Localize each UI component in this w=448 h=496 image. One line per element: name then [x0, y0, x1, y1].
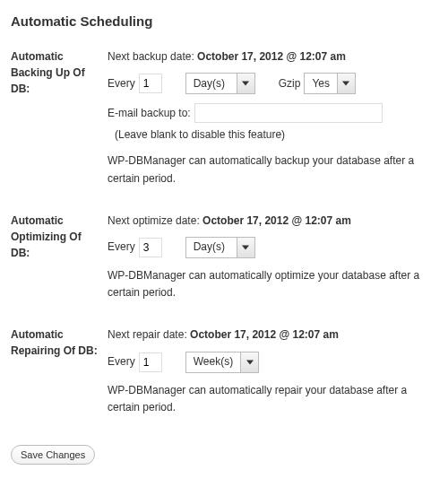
optimize-desc: WP-DBManager can automatically optimize …	[108, 267, 437, 301]
page-heading: Automatic Scheduling	[11, 11, 437, 32]
backup-next-prefix: Next backup date:	[108, 50, 197, 63]
chevron-down-icon	[240, 352, 258, 372]
optimize-every-label: Every	[108, 239, 135, 256]
repair-desc: WP-DBManager can automatically repair yo…	[108, 382, 437, 416]
backup-email-label: E-mail backup to:	[108, 105, 191, 122]
backup-every-input[interactable]	[139, 74, 162, 93]
optimize-next-prefix: Next optimize date:	[108, 214, 202, 227]
repair-section: Automatic Repairing Of DB: Next repair d…	[11, 326, 437, 416]
repair-next-value: October 17, 2012 @ 12:07 am	[190, 328, 339, 341]
optimize-period-select[interactable]: Day(s)	[185, 237, 255, 258]
save-button[interactable]: Save Changes	[11, 445, 95, 465]
repair-content: Next repair date: October 17, 2012 @ 12:…	[108, 326, 437, 416]
backup-period-select[interactable]: Day(s)	[185, 73, 255, 94]
backup-email-hint: (Leave blank to disable this feature)	[115, 126, 285, 144]
backup-desc: WP-DBManager can automatically backup yo…	[108, 152, 437, 187]
backup-label: Automatic Backing Up Of DB:	[11, 48, 108, 187]
repair-label: Automatic Repairing Of DB:	[11, 326, 108, 416]
backup-email-input[interactable]	[194, 103, 383, 123]
repair-next-prefix: Next repair date:	[108, 328, 190, 341]
optimize-label: Automatic Optimizing Of DB:	[11, 213, 108, 302]
backup-gzip-label: Gzip	[279, 75, 301, 92]
chevron-down-icon	[237, 74, 254, 93]
optimize-every-input[interactable]	[139, 238, 162, 257]
backup-gzip-select[interactable]: Yes	[304, 73, 356, 94]
optimize-next-value: October 17, 2012 @ 12:07 am	[202, 214, 351, 227]
backup-next-value: October 17, 2012 @ 12:07 am	[197, 50, 346, 63]
backup-interval-row: Every Day(s) Gzip Yes	[108, 73, 437, 94]
optimize-next-date: Next optimize date: October 17, 2012 @ 1…	[108, 213, 437, 230]
optimize-interval-row: Every Day(s)	[108, 237, 437, 258]
backup-email-row: E-mail backup to: (Leave blank to disabl…	[108, 103, 437, 144]
repair-period-select[interactable]: Week(s)	[185, 352, 259, 373]
backup-content: Next backup date: October 17, 2012 @ 12:…	[108, 48, 437, 187]
chevron-down-icon	[337, 74, 355, 93]
repair-every-label: Every	[108, 353, 135, 370]
optimize-content: Next optimize date: October 17, 2012 @ 1…	[108, 213, 437, 302]
repair-interval-row: Every Week(s)	[108, 352, 437, 373]
chevron-down-icon	[237, 238, 254, 257]
optimize-period-value: Day(s)	[186, 239, 237, 256]
repair-next-date: Next repair date: October 17, 2012 @ 12:…	[108, 326, 437, 344]
backup-every-label: Every	[108, 75, 135, 92]
repair-period-value: Week(s)	[186, 353, 240, 370]
backup-next-date: Next backup date: October 17, 2012 @ 12:…	[108, 48, 437, 65]
backup-gzip-value: Yes	[305, 75, 337, 92]
backup-period-value: Day(s)	[186, 75, 237, 92]
optimize-section: Automatic Optimizing Of DB: Next optimiz…	[11, 213, 437, 302]
repair-every-input[interactable]	[139, 352, 162, 372]
backup-section: Automatic Backing Up Of DB: Next backup …	[11, 48, 437, 187]
